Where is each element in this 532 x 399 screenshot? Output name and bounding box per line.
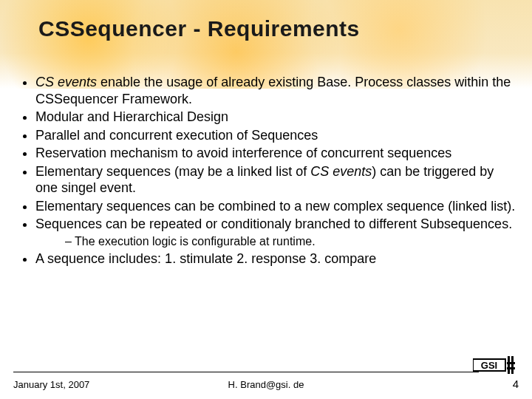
svg-rect-2 (508, 356, 510, 374)
svg-rect-3 (511, 356, 514, 374)
svg-text:GSI: GSI (481, 360, 497, 371)
bullet-item: Sequences can be repeated or conditional… (35, 216, 517, 233)
svg-rect-4 (507, 362, 515, 364)
page-title: CSSequencer - Requirements (38, 16, 360, 41)
bullet-item: A sequence includes: 1. stimulate 2. res… (35, 250, 517, 267)
footer-date: January 1st, 2007 (13, 379, 89, 390)
bullet-item: Elementary sequences (may be a linked li… (35, 163, 517, 197)
gsi-logo: GSI (473, 355, 516, 375)
bullet-item: Parallel and concurrent execution of Seq… (35, 127, 517, 144)
footer-email: H. Brand@gsi. de (228, 379, 304, 390)
bullet-item: Modular and Hierarchical Design (35, 109, 517, 126)
content-area: CS events enable the usage of already ex… (15, 74, 517, 268)
footer-page-number: 4 (513, 378, 519, 390)
bullet-item: CS events enable the usage of already ex… (35, 74, 517, 107)
sub-bullet-item: The execution logic is configurable at r… (65, 234, 517, 249)
footer: January 1st, 2007 H. Brand@gsi. de 4 (13, 374, 519, 390)
bullet-list: CS events enable the usage of already ex… (15, 74, 517, 267)
footer-divider (13, 372, 479, 372)
sub-bullet-list: The execution logic is configurable at r… (35, 234, 517, 249)
bullet-item: Reservation mechanism to avoid interfere… (35, 145, 517, 162)
svg-rect-5 (507, 367, 515, 369)
bullet-item: Elementary sequences can be combined to … (35, 198, 517, 215)
